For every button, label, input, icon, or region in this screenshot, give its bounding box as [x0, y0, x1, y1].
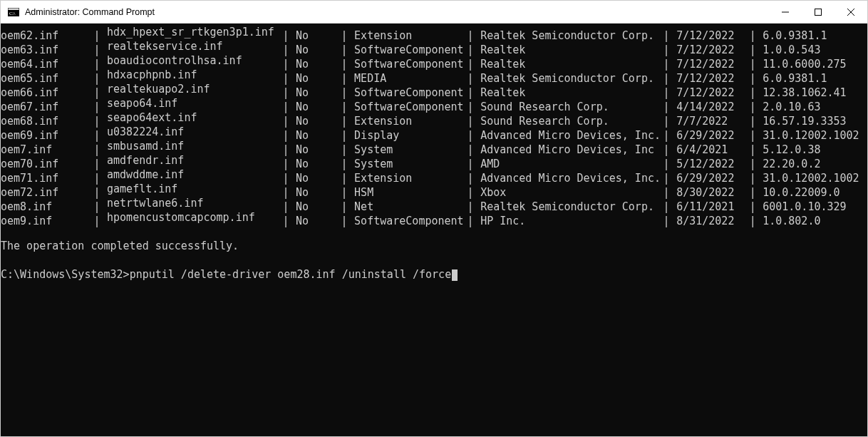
driver-row: oem8.inf| netrtwlane6.inf| No| Net| Real…	[1, 196, 867, 210]
col-filename: netrtwlane6.inf	[107, 196, 282, 210]
prompt-path: C:\Windows\System32>	[1, 268, 130, 281]
prompt-line[interactable]: C:\Windows\System32>pnputil /delete-driv…	[1, 267, 867, 282]
svg-rect-4	[815, 9, 822, 15]
driver-row: oem9.inf| hpomencustomcapcomp.inf| No| S…	[1, 210, 867, 225]
svg-rect-1	[9, 8, 19, 10]
title-bar[interactable]: C:\ Administrator: Command Prompt	[1, 1, 867, 24]
close-button[interactable]	[835, 1, 867, 23]
col-oem: oem9.inf	[1, 214, 58, 228]
status-message: The operation completed successfully.	[1, 239, 867, 253]
col-class: SoftwareComponent	[354, 214, 467, 228]
driver-row: oem66.inf| realtekuapo2.inf| No| Softwar…	[1, 82, 867, 96]
col-filename: boaudiocontrolhsa.inf	[107, 53, 282, 68]
cursor	[452, 269, 458, 281]
col-filename: seapo64ext.inf	[107, 110, 282, 125]
col-filename: hdxacphpnb.inf	[107, 68, 282, 82]
svg-text:C:\: C:\	[9, 11, 16, 16]
col-filename: realtekservice.inf	[107, 39, 282, 53]
col-filename: amdwddme.inf	[107, 168, 282, 182]
col-filename: hpomencustomcapcomp.inf	[107, 210, 282, 225]
col-inbox: No	[296, 214, 316, 228]
driver-row: oem68.inf| seapo64ext.inf| No| Extension…	[1, 110, 867, 125]
driver-row: oem65.inf| hdxacphpnb.inf| No| MEDIA| Re…	[1, 68, 867, 82]
col-version: 1.0.802.0	[763, 214, 820, 228]
driver-row: oem72.inf| gameflt.inf| No| HSM| Xbox| 8…	[1, 182, 867, 196]
col-filename: gameflt.inf	[107, 182, 282, 196]
driver-row: oem63.inf| realtekservice.inf| No| Softw…	[1, 39, 867, 53]
driver-row: oem71.inf| amdwddme.inf| No| Extension| …	[1, 168, 867, 182]
app-icon: C:\	[8, 6, 19, 18]
minimize-button[interactable]	[769, 1, 802, 23]
driver-row: oem67.inf| seapo64.inf| No| SoftwareComp…	[1, 96, 867, 110]
driver-row: oem62.inf| hdx_hpext_sr_rtkgen3p1.inf| N…	[1, 25, 867, 39]
col-filename: smbusamd.inf	[107, 139, 282, 153]
col-provider: HP Inc.	[480, 214, 663, 228]
col-filename: seapo64.inf	[107, 96, 282, 110]
prompt-command: pnputil /delete-driver oem28.inf /uninst…	[130, 268, 452, 281]
maximize-button[interactable]	[802, 1, 835, 23]
col-date: 8/31/2022	[676, 214, 742, 228]
driver-row: oem69.inf| u0382224.inf| No| Display| Ad…	[1, 125, 867, 139]
col-filename: hdx_hpext_sr_rtkgen3p1.inf	[107, 25, 282, 39]
driver-row: oem64.inf| boaudiocontrolhsa.inf| No| So…	[1, 53, 867, 68]
terminal-output[interactable]: oem62.inf| hdx_hpext_sr_rtkgen3p1.inf| N…	[1, 24, 867, 436]
command-prompt-window: C:\ Administrator: Command Prompt oem62.…	[0, 0, 868, 437]
col-filename: amdfendr.inf	[107, 153, 282, 168]
driver-row: oem70.inf| amdfendr.inf| No| System| AMD…	[1, 153, 867, 168]
col-filename: realtekuapo2.inf	[107, 82, 282, 96]
window-controls	[769, 1, 867, 23]
window-title: Administrator: Command Prompt	[25, 7, 769, 17]
col-filename: u0382224.inf	[107, 125, 282, 139]
driver-row: oem7.inf| smbusamd.inf| No| System| Adva…	[1, 139, 867, 153]
